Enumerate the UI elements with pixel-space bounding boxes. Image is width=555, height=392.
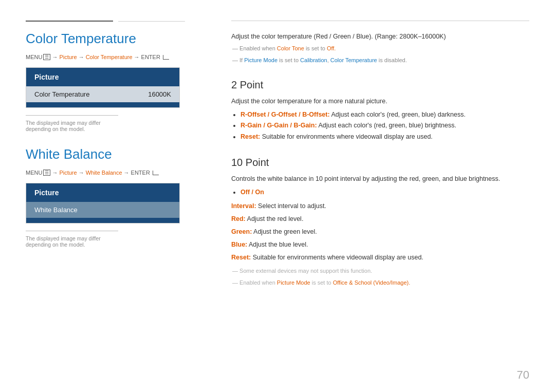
10point-items: Interval: Select interval to adjust. Red… <box>231 201 529 263</box>
right-note2: If Picture Mode is set to Calibration, C… <box>231 56 529 65</box>
10point-red: Red: Adjust the red level. <box>231 214 529 224</box>
page-number: 70 <box>517 368 529 382</box>
path-color-temperature: Color Temperature <box>86 54 133 60</box>
menu-prefix-2: MENU <box>26 170 42 176</box>
left-panel: Color Temperature MENU ☰ → Picture → Col… <box>0 0 200 392</box>
2point-b1-text: Adjust each color's (red, green, blue) d… <box>330 111 466 118</box>
2point-b2-bold: R-Gain / G-Gain / B-Gain: <box>240 122 317 129</box>
right-intro-line1: Adjust the color temperature (Red / Gree… <box>231 31 529 42</box>
wb-path-white-balance: White Balance <box>86 170 122 176</box>
arrow1: → <box>52 54 58 60</box>
divider-dark <box>26 21 113 22</box>
10point-green: Green: Adjust the green level. <box>231 227 529 237</box>
10point-title: 10 Point <box>231 157 529 169</box>
red-label: Red: <box>231 215 246 222</box>
2point-bullets: R-Offset / G-Offset / B-Offset: Adjust e… <box>240 109 529 142</box>
menu-header-picture-1: Picture <box>26 68 179 86</box>
note2-prefix: If <box>239 57 244 63</box>
path-enter: ENTER <box>141 54 160 60</box>
menu-header-picture-2: Picture <box>26 183 179 202</box>
note1-mid: is set to <box>304 45 327 51</box>
note1-link: Color Tone <box>277 45 304 51</box>
color-temperature-title: Color Temperature <box>26 31 185 47</box>
note1-value: Off. <box>327 45 336 51</box>
10point-note2: Enabled when Picture Mode is set to Offi… <box>231 278 529 288</box>
enter-icon <box>163 55 169 60</box>
10point-note1: Some external devices may not support th… <box>231 267 529 276</box>
menu-symbol: ☰ <box>43 54 50 60</box>
section-2point: 2 Point Adjust the color temperature for… <box>231 79 529 142</box>
note2-value: Calibration <box>300 57 327 63</box>
blue-label: Blue: <box>231 241 247 248</box>
green-text: Adjust the green level. <box>252 228 317 235</box>
2point-intro: Adjust the color temperature for a more … <box>231 96 529 106</box>
2point-bullet-2: R-Gain / G-Gain / B-Gain: Adjust each co… <box>240 120 529 131</box>
white-balance-title: White Balance <box>26 146 185 162</box>
reset-text: Suitable for environments where videowal… <box>251 254 423 261</box>
path-picture: Picture <box>59 54 77 60</box>
white-balance-menu-ui: Picture White Balance <box>26 183 180 223</box>
right-note1: Enabled when Color Tone is set to Off. <box>231 44 529 53</box>
note2-10p-value: Office & School (Video/Image). <box>333 279 411 286</box>
10point-bullets: Off / On <box>240 187 529 198</box>
right-panel: Adjust the color temperature (Red / Gree… <box>200 0 555 392</box>
section-white-balance: White Balance MENU ☰ → Picture → White B… <box>26 146 185 248</box>
10point-offon: Off / On <box>240 189 264 196</box>
arrow3: → <box>134 54 140 60</box>
menu-symbol-2: ☰ <box>43 170 50 176</box>
2point-b2-text: Adjust each color's (red, green, blue) b… <box>317 122 456 129</box>
10point-interval: Interval: Select interval to adjust. <box>231 201 529 211</box>
menu-footer-bar-2 <box>26 218 179 223</box>
10point-bullet-offon: Off / On <box>240 187 529 198</box>
color-temperature-menu-ui: Picture Color Temperature 16000K <box>26 67 180 108</box>
interval-label: Interval: <box>231 202 256 210</box>
menu-row-white-balance: White Balance <box>26 202 179 218</box>
2point-bullet-3: Reset: Suitable for environments where v… <box>240 132 529 142</box>
wb-path-enter: ENTER <box>131 170 150 176</box>
menu-footer-bar-1 <box>26 102 179 107</box>
white-balance-menu-path: MENU ☰ → Picture → White Balance → ENTER <box>26 170 185 176</box>
wb-arrow2: → <box>79 170 84 176</box>
wb-path-picture: Picture <box>59 170 77 176</box>
note2-10p-link: Picture Mode <box>277 279 310 286</box>
arrow2: → <box>79 54 84 60</box>
2point-b3-bold: Reset: <box>240 133 260 140</box>
menu-row-color-temp: Color Temperature 16000K <box>26 86 179 102</box>
note1-prefix: Enabled when <box>239 45 277 51</box>
page-container: Color Temperature MENU ☰ → Picture → Col… <box>0 0 555 392</box>
note2-10p-prefix: Enabled when <box>239 279 277 286</box>
blue-text: Adjust the blue level. <box>247 241 308 248</box>
white-balance-note: The displayed image may differ depending… <box>26 231 118 248</box>
section-color-temperature: Color Temperature MENU ☰ → Picture → Col… <box>26 31 185 132</box>
2point-bullet-1: R-Offset / G-Offset / B-Offset: Adjust e… <box>240 109 529 120</box>
red-text: Adjust the red level. <box>246 215 304 222</box>
divider-light <box>118 21 185 22</box>
note2-final: is disabled. <box>377 57 407 63</box>
2point-title: 2 Point <box>231 79 529 91</box>
color-temperature-menu-path: MENU ☰ → Picture → Color Temperature → E… <box>26 54 185 60</box>
section-10point: 10 Point Controls the white balance in 1… <box>231 157 529 287</box>
wb-arrow1: → <box>52 170 58 176</box>
note2-end: Color Temperature <box>330 57 377 63</box>
note2-mid: is set to <box>278 57 300 63</box>
menu-row-label: Color Temperature <box>34 90 89 98</box>
10point-reset: Reset: Suitable for environments where v… <box>231 252 529 263</box>
2point-b1-bold: R-Offset / G-Offset / B-Offset: <box>240 111 330 118</box>
10point-blue: Blue: Adjust the blue level. <box>231 239 529 250</box>
top-divider <box>26 21 185 22</box>
color-temperature-note: The displayed image may differ depending… <box>26 115 118 132</box>
right-top-line <box>231 21 529 21</box>
menu-row-value: 16000K <box>148 90 171 98</box>
menu-prefix: MENU <box>26 54 42 60</box>
wb-enter-icon <box>153 171 159 175</box>
10point-intro: Controls the white balance in 10 point i… <box>231 174 529 184</box>
interval-text: Select interval to adjust. <box>256 202 326 210</box>
note2-link: Picture Mode <box>244 57 278 63</box>
note2-10p-mid: is set to <box>310 279 333 286</box>
wb-arrow3: → <box>124 170 130 176</box>
2point-b3-text: Suitable for environments where videowal… <box>260 133 433 140</box>
green-label: Green: <box>231 228 252 235</box>
reset-label: Reset: <box>231 254 251 261</box>
